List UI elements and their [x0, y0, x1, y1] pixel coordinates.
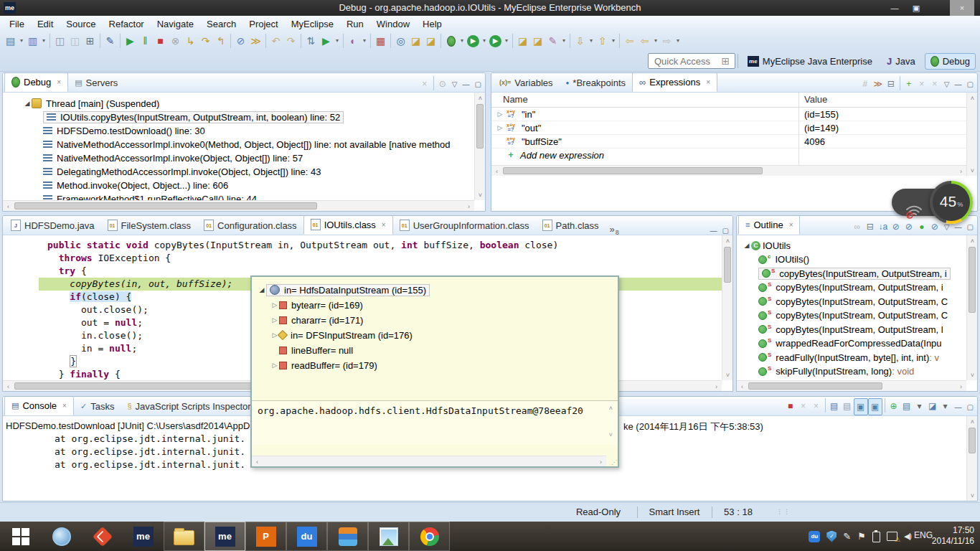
outline-row[interactable]: ScopyBytes(InputStream, OutputStream, i — [758, 282, 943, 293]
scroll-thumb[interactable] — [503, 167, 763, 174]
resize-grip-icon[interactable]: ⋰ — [611, 459, 617, 466]
column-header-value[interactable]: Value — [804, 93, 827, 107]
use-step-filters-icon[interactable]: ≫ — [248, 33, 263, 49]
editor-maximize-icon[interactable]: ▢ — [722, 227, 729, 235]
scroll-up-arrow[interactable]: ˄ — [606, 402, 616, 413]
show-logical-structures-icon[interactable]: ≫ — [872, 76, 885, 92]
report-design-icon[interactable]: ◐ — [346, 33, 361, 49]
outline-row[interactable]: ScopyBytes(InputStream, OutputStream, C — [758, 310, 948, 321]
outline-maximize-icon[interactable]: ▢ — [967, 223, 974, 231]
menu-file[interactable]: File — [3, 19, 31, 29]
outline-vertical-scrollbar[interactable]: ˄ ˅ — [966, 235, 977, 380]
scroll-up-arrow[interactable]: ˄ — [475, 93, 486, 103]
close-window-button[interactable]: × — [950, 0, 974, 16]
frame-row[interactable]: FrameworkMethod$1.runReflectiveCall() li… — [43, 194, 257, 201]
console-tab-console[interactable]: ▤Console× — [4, 396, 74, 415]
sync-views-icon[interactable]: ⇅ — [303, 33, 319, 49]
expressions-vertical-scrollbar[interactable]: ˄ ˅ — [966, 93, 977, 176]
scroll-left-arrow[interactable]: ‹ — [491, 166, 502, 176]
add-expression-icon[interactable]: + — [903, 76, 915, 92]
expressions-tab-variables[interactable]: (x)=Variables — [493, 73, 560, 92]
outline-item[interactable]: ScopyBytes(InputStream, OutputStream, i — [758, 267, 951, 280]
open-perspective-icon[interactable]: ⊞ — [718, 53, 733, 69]
code-line[interactable]: } finally { — [47, 368, 121, 380]
expressions-view-menu-icon[interactable]: ▽ — [944, 80, 950, 88]
outline-tab-outline[interactable]: ≡Outline× — [738, 215, 800, 235]
save-all-icon[interactable]: ◫ — [67, 33, 83, 49]
close-tab-icon[interactable]: × — [382, 221, 386, 229]
frame-row[interactable]: NativeMethodAccessorImpl.invoke0(Method,… — [43, 139, 450, 150]
outline-item[interactable]: ◢CIOUtils — [743, 239, 791, 252]
remove-all-launches-icon[interactable]: × — [810, 398, 823, 414]
scroll-up-arrow[interactable]: ˄ — [967, 93, 978, 103]
code-line[interactable]: in = null; — [47, 342, 137, 355]
collapse-all-icon[interactable]: ⊟ — [885, 76, 897, 92]
editor-vertical-scrollbar[interactable]: ˄ ˅ — [722, 235, 732, 380]
tree-expander-icon[interactable]: ▷ — [270, 301, 279, 309]
stack-frame[interactable]: HDFSDemo.testDownload() line: 30 — [43, 124, 205, 137]
frame-row[interactable]: NativeMethodAccessorImpl.invoke(Object, … — [43, 153, 303, 164]
coverage-launch-icon[interactable]: ▶ — [489, 35, 501, 47]
outline-item[interactable]: SwrappedReadForCompressedData(Inpu — [758, 337, 942, 350]
action-center-flag-icon[interactable]: ⚑ — [857, 531, 866, 542]
deploy-folder-icon[interactable]: ◪ — [408, 33, 423, 49]
scroll-left-arrow[interactable]: ‹ — [252, 456, 263, 467]
code-line[interactable]: try { — [47, 265, 87, 278]
new-icon[interactable]: ▤ — [3, 33, 18, 49]
show-type-names-icon[interactable]: # — [859, 76, 872, 92]
previous-annotation-icon[interactable]: ↶ — [268, 33, 283, 49]
baidu-tray-icon[interactable]: du — [809, 531, 820, 542]
popup-row[interactable]: chararr= (id=171) — [279, 315, 363, 326]
editor-tab-ioutils-class[interactable]: 01IOUtils.class× — [303, 215, 393, 235]
editor-tab-path-class[interactable]: 01Path.class — [536, 216, 606, 235]
annotate-dropdown-icon[interactable]: ▾ — [560, 33, 567, 49]
skip-all-breakpoints-icon[interactable]: ⊘ — [233, 33, 248, 49]
remove-all-expressions-icon[interactable]: × — [928, 76, 941, 92]
battery-icon[interactable] — [872, 532, 880, 542]
outline-row[interactable]: SskipFully(InputStream, long) : void — [758, 366, 914, 377]
popup-variable-row[interactable]: ▷in= DFSInputStream (id=176) — [270, 328, 413, 342]
outline-row[interactable]: ScopyBytes(InputStream, OutputStream, C — [758, 296, 948, 307]
close-tab-icon[interactable]: × — [706, 78, 710, 86]
tab-overflow-button[interactable]: » 8 — [610, 224, 619, 235]
debug-tab-servers[interactable]: ▤Servers — [68, 73, 124, 92]
tree-expander-icon[interactable]: ◢ — [258, 286, 266, 293]
scroll-down-arrow[interactable]: ˅ — [967, 165, 978, 176]
menu-run[interactable]: Run — [340, 19, 370, 29]
frame-row[interactable]: Method.invoke(Object, Object...) line: 6… — [43, 180, 228, 191]
tree-expander-icon[interactable]: ▷ — [270, 316, 279, 324]
outline-minimize-icon[interactable]: — — [955, 223, 962, 231]
frame-row-selected[interactable]: IOUtils.copyBytes(InputStream, OutputStr… — [43, 111, 344, 123]
scroll-down-arrow[interactable]: ˅ — [475, 189, 486, 200]
new-dropdown-icon[interactable]: ▾ — [18, 33, 25, 49]
scroll-thumb[interactable] — [969, 247, 976, 313]
outline-row[interactable]: cIOUtils() — [758, 254, 809, 265]
outline-horizontal-scrollbar[interactable]: ‹ › — [737, 380, 966, 391]
link-with-editor-icon[interactable]: ∞ — [851, 219, 864, 235]
popup-variable-row[interactable]: lineBuffer= null — [270, 343, 353, 357]
scroll-down-arrow[interactable]: ˅ — [606, 429, 616, 440]
popup-horizontal-scrollbar[interactable]: ‹ › — [252, 456, 606, 466]
step-over-icon[interactable]: ↷ — [198, 33, 213, 49]
mark-occurrences-icon[interactable]: ✎ — [103, 33, 118, 49]
remove-expression-icon[interactable]: × — [915, 76, 928, 92]
remove-launch-icon[interactable]: × — [797, 398, 810, 414]
scroll-left-arrow[interactable]: ‹ — [3, 381, 14, 392]
chevron-overflow-icon[interactable]: » — [610, 224, 615, 235]
scroll-down-arrow[interactable]: ˅ — [722, 369, 733, 380]
editor-minimize-icon[interactable]: — — [710, 227, 717, 235]
popup-detail-pane[interactable]: org.apache.hadoop.hdfs.client.HdfsDataIn… — [252, 400, 618, 445]
taskbar-photo-viewer[interactable] — [368, 522, 409, 551]
pin-console-icon[interactable]: ⊕ — [887, 398, 900, 414]
scroll-right-arrow[interactable]: › — [956, 166, 966, 176]
debug-horizontal-scrollbar[interactable]: ‹ › — [3, 200, 474, 211]
restore-window-button[interactable]: ▣ — [905, 0, 927, 16]
scroll-down-arrow[interactable]: ˅ — [967, 369, 978, 380]
scroll-thumb[interactable] — [748, 382, 882, 390]
tree-expander-icon[interactable]: ◢ — [743, 242, 751, 249]
server-folder-icon[interactable]: ◪ — [423, 33, 438, 49]
back-dropdown-icon[interactable]: ▾ — [652, 33, 659, 49]
popup-row-selected[interactable]: in= HdfsDataInputStream (id=155) — [266, 284, 430, 296]
popup-variable-row[interactable]: ▷readBuffer= (id=179) — [270, 358, 377, 372]
security-shield-icon[interactable]: ✓ — [826, 531, 837, 542]
